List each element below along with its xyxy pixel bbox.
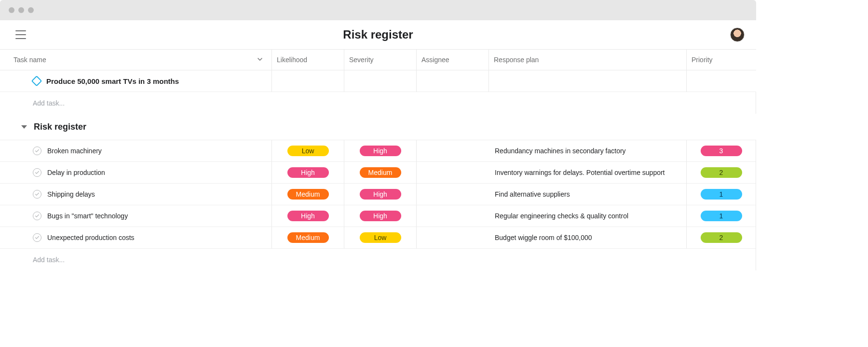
likelihood-pill: High (287, 211, 329, 221)
app-header: Risk register (0, 20, 756, 49)
add-task-input[interactable]: Add task... (0, 92, 756, 114)
task-row[interactable]: Unexpected production costs (0, 227, 272, 249)
likelihood-cell[interactable]: High (272, 162, 344, 184)
priority-pill: 2 (701, 232, 742, 243)
menu-icon[interactable] (15, 30, 26, 39)
likelihood-pill: Low (287, 146, 329, 156)
task-name: Unexpected production costs (47, 234, 135, 241)
mac-titlebar (0, 0, 756, 20)
task-name: Broken machinery (47, 147, 102, 155)
priority-pill: 1 (701, 189, 742, 200)
priority-pill: 2 (701, 167, 742, 178)
severity-pill: Medium (360, 167, 401, 178)
task-row[interactable]: Shipping delays (0, 184, 272, 205)
avatar[interactable] (730, 27, 745, 42)
priority-pill: 1 (701, 211, 742, 221)
response-text: Find alternative suppliers (495, 190, 570, 198)
task-row[interactable]: Delay in production (0, 162, 272, 184)
complete-check-icon[interactable] (33, 168, 41, 177)
priority-cell[interactable]: 1 (687, 205, 756, 227)
chevron-down-icon[interactable] (257, 56, 263, 64)
assignee-cell[interactable] (417, 162, 489, 184)
likelihood-cell[interactable]: Medium (272, 227, 344, 249)
priority-pill: 3 (701, 146, 742, 156)
page-title: Risk register (343, 28, 413, 41)
severity-cell[interactable]: Low (344, 227, 417, 249)
response-text: Budget wiggle room of $100,000 (495, 234, 592, 241)
severity-cell[interactable]: High (344, 205, 417, 227)
response-text: Inventory warnings for delays. Potential… (495, 169, 665, 176)
severity-pill: Low (360, 232, 401, 243)
empty-cell[interactable] (489, 70, 687, 92)
task-name: Shipping delays (47, 190, 95, 198)
section-caret-icon[interactable] (21, 125, 27, 129)
col-severity[interactable]: Severity (344, 49, 417, 70)
empty-cell[interactable] (344, 70, 417, 92)
complete-check-icon[interactable] (33, 147, 41, 155)
app-window: Risk register Task name Likelihood Sever… (0, 0, 756, 347)
section-title: Risk register (34, 122, 86, 132)
task-name: Bugs in "smart" technology (47, 212, 128, 220)
traffic-light-max[interactable] (28, 7, 34, 13)
severity-cell[interactable]: High (344, 140, 417, 162)
col-label: Assignee (421, 56, 449, 64)
empty-cell[interactable] (417, 70, 489, 92)
task-row[interactable]: Broken machinery (0, 140, 272, 162)
col-response-plan[interactable]: Response plan (489, 49, 687, 70)
response-cell[interactable]: Regular engineering checks & quality con… (489, 205, 687, 227)
response-cell[interactable]: Find alternative suppliers (489, 184, 687, 205)
milestone-icon (31, 76, 42, 87)
priority-cell[interactable]: 2 (687, 227, 756, 249)
add-task-input[interactable]: Add task... (0, 249, 756, 270)
task-name: Delay in production (47, 169, 105, 176)
col-label: Response plan (494, 56, 539, 64)
assignee-cell[interactable] (417, 140, 489, 162)
response-text: Redundancy machines in secondary factory (495, 147, 626, 155)
col-task-name[interactable]: Task name (0, 49, 272, 70)
col-likelihood[interactable]: Likelihood (272, 49, 344, 70)
severity-cell[interactable]: High (344, 184, 417, 205)
priority-cell[interactable]: 1 (687, 184, 756, 205)
col-label: Task name (14, 56, 46, 64)
milestone-name: Produce 50,000 smart TVs in 3 months (46, 77, 179, 85)
likelihood-cell[interactable]: Low (272, 140, 344, 162)
likelihood-pill: High (287, 167, 329, 178)
assignee-cell[interactable] (417, 184, 489, 205)
response-cell[interactable]: Budget wiggle room of $100,000 (489, 227, 687, 249)
severity-pill: High (360, 146, 401, 156)
response-text: Regular engineering checks & quality con… (495, 212, 628, 220)
task-row[interactable]: Bugs in "smart" technology (0, 205, 272, 227)
response-cell[interactable]: Inventory warnings for delays. Potential… (489, 162, 687, 184)
col-label: Likelihood (277, 56, 307, 64)
assignee-cell[interactable] (417, 205, 489, 227)
traffic-light-min[interactable] (18, 7, 24, 13)
severity-pill: High (360, 189, 401, 200)
col-priority[interactable]: Priority (687, 49, 756, 70)
likelihood-pill: Medium (287, 189, 329, 200)
severity-cell[interactable]: Medium (344, 162, 417, 184)
section-header[interactable]: Risk register (0, 114, 756, 140)
complete-check-icon[interactable] (33, 212, 41, 220)
priority-cell[interactable]: 2 (687, 162, 756, 184)
col-label: Priority (692, 56, 713, 64)
empty-cell[interactable] (687, 70, 756, 92)
empty-cell[interactable] (272, 70, 344, 92)
task-grid: Task name Likelihood Severity Assignee R… (0, 49, 756, 270)
response-cell[interactable]: Redundancy machines in secondary factory (489, 140, 687, 162)
col-label: Severity (349, 56, 374, 64)
complete-check-icon[interactable] (33, 190, 41, 199)
priority-cell[interactable]: 3 (687, 140, 756, 162)
likelihood-cell[interactable]: Medium (272, 184, 344, 205)
traffic-light-close[interactable] (9, 7, 14, 13)
likelihood-cell[interactable]: High (272, 205, 344, 227)
milestone-row[interactable]: Produce 50,000 smart TVs in 3 months (0, 70, 272, 92)
complete-check-icon[interactable] (33, 233, 41, 242)
severity-pill: High (360, 211, 401, 221)
likelihood-pill: Medium (287, 232, 329, 243)
col-assignee[interactable]: Assignee (417, 49, 489, 70)
assignee-cell[interactable] (417, 227, 489, 249)
